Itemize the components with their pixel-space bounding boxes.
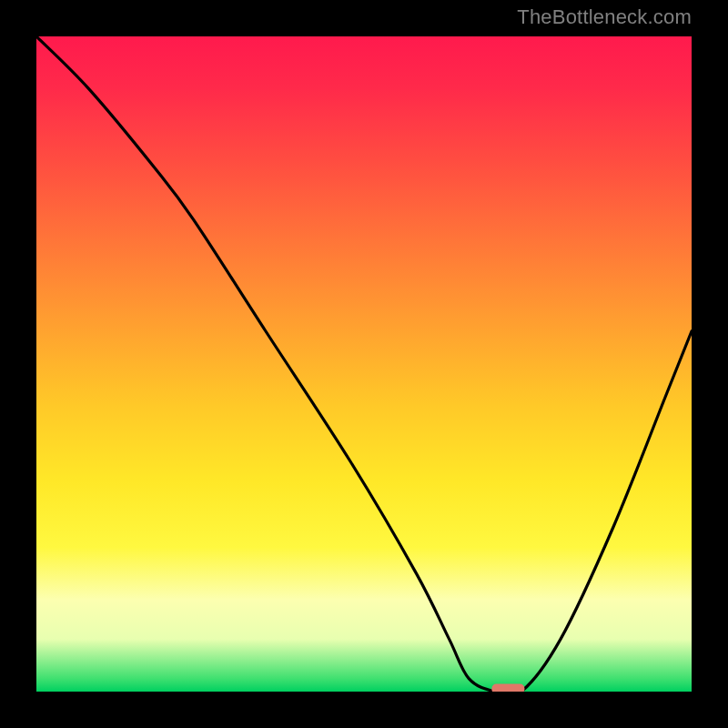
minimum-marker bbox=[491, 684, 524, 692]
curve-svg bbox=[36, 36, 692, 692]
curve-line bbox=[36, 36, 692, 692]
plot-area bbox=[36, 36, 692, 692]
chart-container: TheBottleneck.com bbox=[0, 0, 728, 728]
watermark-text: TheBottleneck.com bbox=[517, 5, 692, 29]
